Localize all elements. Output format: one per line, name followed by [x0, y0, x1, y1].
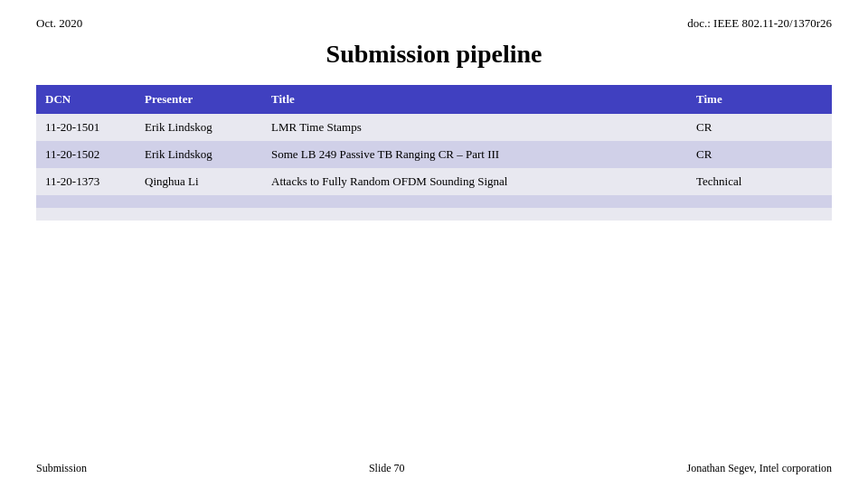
header: Oct. 2020 doc.: IEEE 802.11-20/1370r26	[36, 16, 832, 31]
footer-center: Slide 70	[369, 462, 405, 475]
col-header-dcn: DCN	[36, 85, 136, 114]
col-header-title: Title	[262, 85, 687, 114]
cell-dcn: 11-20-1501	[36, 114, 136, 141]
table-row: 11-20-1373Qinghua LiAttacks to Fully Ran…	[36, 168, 832, 195]
footer: Submission Slide 70 Jonathan Segev, Inte…	[36, 462, 832, 475]
cell-time	[687, 208, 832, 221]
table-row	[36, 195, 832, 208]
cell-title	[262, 195, 687, 208]
footer-left: Submission	[36, 462, 87, 475]
page: Oct. 2020 doc.: IEEE 802.11-20/1370r26 S…	[0, 0, 868, 488]
table-header-row: DCN Presenter Title Time	[36, 85, 832, 114]
cell-dcn: 11-20-1502	[36, 141, 136, 168]
cell-presenter: Qinghua Li	[136, 168, 262, 195]
cell-time: Technical	[687, 168, 832, 195]
table-row: 11-20-1501Erik LindskogLMR Time StampsCR	[36, 114, 832, 141]
cell-presenter: Erik Lindskog	[136, 114, 262, 141]
cell-time	[687, 195, 832, 208]
cell-dcn	[36, 208, 136, 221]
cell-presenter	[136, 208, 262, 221]
header-doc: doc.: IEEE 802.11-20/1370r26	[687, 16, 832, 31]
cell-dcn	[36, 195, 136, 208]
cell-title: Some LB 249 Passive TB Ranging CR – Part…	[262, 141, 687, 168]
page-title: Submission pipeline	[36, 40, 832, 69]
table-row: 11-20-1502Erik LindskogSome LB 249 Passi…	[36, 141, 832, 168]
submission-table: DCN Presenter Title Time 11-20-1501Erik …	[36, 85, 832, 221]
cell-title: Attacks to Fully Random OFDM Sounding Si…	[262, 168, 687, 195]
header-date: Oct. 2020	[36, 16, 82, 31]
cell-title: LMR Time Stamps	[262, 114, 687, 141]
col-header-presenter: Presenter	[136, 85, 262, 114]
cell-presenter: Erik Lindskog	[136, 141, 262, 168]
footer-right: Jonathan Segev, Intel corporation	[686, 462, 832, 475]
cell-time: CR	[687, 114, 832, 141]
cell-time: CR	[687, 141, 832, 168]
cell-title	[262, 208, 687, 221]
table-row	[36, 208, 832, 221]
cell-dcn: 11-20-1373	[36, 168, 136, 195]
cell-presenter	[136, 195, 262, 208]
col-header-time: Time	[687, 85, 832, 114]
